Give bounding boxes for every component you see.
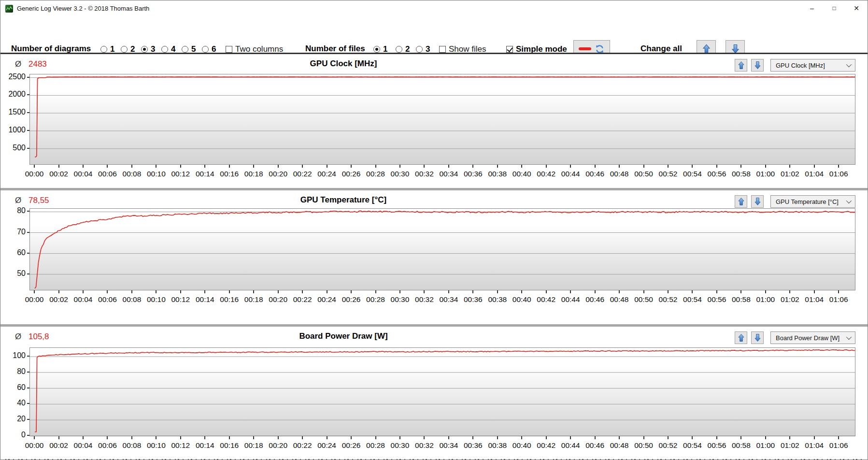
move-down-button[interactable] (751, 195, 764, 208)
title-bar[interactable]: Generic Log Viewer 3.2 - © 2018 Thomas B… (0, 0, 868, 17)
x-tick-mark (643, 436, 644, 439)
x-tick-mark (765, 436, 766, 439)
y-tick-mark (27, 388, 29, 388)
y-tick-mark (27, 94, 29, 95)
x-tick-mark (229, 290, 230, 293)
radio-icon[interactable] (202, 46, 209, 53)
maximize-button[interactable]: □ (823, 0, 845, 16)
x-tick-label: 00:36 (464, 441, 483, 450)
x-tick-label: 00:32 (415, 441, 434, 450)
x-tick-mark (595, 436, 596, 439)
checkbox-icon[interactable] (226, 46, 232, 53)
y-tick-mark (27, 273, 29, 274)
x-tick-label: 00:52 (659, 295, 678, 304)
down-arrow-icon (754, 197, 761, 206)
x-tick-label: 00:30 (391, 441, 410, 450)
x-tick-label: 00:20 (269, 441, 287, 450)
radio-icon[interactable] (121, 46, 128, 53)
checkbox-checked-icon[interactable] (506, 46, 513, 53)
x-tick-label: 01:02 (781, 295, 799, 304)
x-tick-mark (521, 165, 522, 168)
y-tick-label: 500 (0, 144, 26, 152)
x-tick-mark (278, 165, 279, 168)
radio-selected-icon[interactable] (141, 46, 148, 53)
chart-panel-gpu-clock: Ø 2483 GPU Clock [MHz] GPU Clock [MHz] 0… (0, 54, 868, 188)
radio-icon[interactable] (416, 46, 423, 53)
x-tick-mark (253, 165, 254, 168)
average-symbol: Ø (15, 59, 21, 69)
move-up-button[interactable] (735, 195, 747, 208)
y-tick-label: 2500 (0, 72, 26, 81)
chart-title: Board Power Draw [W] (299, 331, 387, 341)
radio-selected-icon[interactable] (373, 46, 380, 53)
x-tick-label: 00:58 (732, 170, 751, 178)
x-tick-label: 00:44 (561, 170, 580, 178)
x-tick-mark (302, 436, 303, 439)
move-down-button[interactable] (751, 331, 764, 344)
x-tick-label: 00:42 (537, 295, 555, 304)
move-down-button[interactable] (751, 59, 764, 72)
x-tick-mark (595, 165, 596, 168)
measurement-select[interactable]: Board Power Draw [W] (770, 331, 855, 344)
radio-icon[interactable] (100, 46, 107, 53)
x-tick-mark (740, 290, 741, 293)
x-tick-label: 00:20 (269, 295, 287, 304)
line-chart (30, 209, 855, 290)
x-tick-mark (716, 436, 717, 439)
x-tick-mark (58, 436, 59, 439)
x-tick-mark (595, 290, 596, 293)
measurement-select[interactable]: GPU Temperature [°C] (770, 195, 855, 208)
x-tick-label: 01:02 (781, 170, 799, 178)
x-tick-label: 00:50 (634, 170, 653, 178)
checkbox-icon[interactable] (439, 46, 446, 53)
x-tick-label: 00:38 (488, 295, 507, 304)
move-up-button[interactable] (735, 331, 747, 344)
x-tick-label: 00:34 (439, 170, 458, 178)
x-tick-label: 00:14 (196, 295, 214, 304)
x-tick-label: 00:08 (123, 295, 142, 304)
x-tick-label: 00:00 (25, 441, 44, 450)
x-tick-label: 00:40 (512, 295, 531, 304)
app-icon (5, 5, 13, 13)
x-tick-mark (765, 290, 766, 293)
x-tick-label: 00:40 (512, 441, 531, 450)
move-up-button[interactable] (735, 59, 747, 72)
x-tick-mark (814, 290, 815, 293)
radio-icon[interactable] (161, 46, 168, 53)
radio-icon[interactable] (396, 46, 402, 53)
clipped-bottom-text (0, 457, 868, 460)
y-tick-label: 100 (0, 351, 26, 360)
x-tick-mark (156, 165, 157, 168)
chart-header: Ø 2483 GPU Clock [MHz] GPU Clock [MHz] (0, 58, 868, 72)
chart-panel-gpu-temperature: Ø 78,55 GPU Temperature [°C] GPU Tempera… (0, 190, 868, 324)
x-tick-label: 00:36 (464, 170, 483, 178)
x-tick-mark (619, 165, 620, 168)
x-tick-mark (643, 290, 644, 293)
x-tick-mark (107, 436, 108, 439)
x-tick-mark (716, 165, 717, 168)
x-tick-label: 00:00 (25, 295, 44, 304)
x-tick-label: 01:04 (805, 170, 824, 178)
x-tick-mark (838, 290, 839, 293)
x-tick-label: 00:58 (732, 295, 751, 304)
x-axis-labels: 00:0000:0200:0400:0600:0800:1000:1200:14… (0, 170, 868, 179)
chart-title: GPU Clock [MHz] (310, 59, 377, 69)
x-tick-label: 00:26 (342, 170, 361, 178)
close-button[interactable]: ✕ (845, 0, 868, 16)
x-tick-mark (570, 165, 571, 168)
measurement-select[interactable]: GPU Clock [MHz] (770, 59, 855, 72)
x-tick-mark (229, 165, 230, 168)
x-tick-mark (472, 165, 473, 168)
x-tick-label: 00:56 (708, 170, 726, 178)
minimize-button[interactable]: – (801, 0, 823, 16)
x-tick-mark (740, 436, 741, 439)
x-tick-mark (156, 436, 157, 439)
x-tick-label: 00:42 (537, 170, 555, 178)
x-tick-label: 00:48 (610, 170, 629, 178)
x-tick-mark (131, 165, 132, 168)
x-tick-label: 00:14 (196, 441, 214, 450)
radio-icon[interactable] (182, 46, 188, 53)
x-tick-mark (546, 436, 547, 439)
x-tick-mark (327, 290, 327, 293)
x-tick-label: 00:16 (220, 295, 239, 304)
